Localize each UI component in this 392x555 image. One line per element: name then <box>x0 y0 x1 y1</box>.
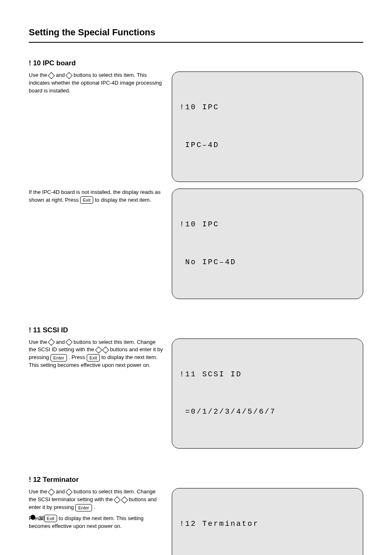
lcd-line: No IPC–4D <box>180 256 355 269</box>
item-scsi: ! 11 SCSI ID Use the and buttons to sele… <box>29 326 363 456</box>
text: and <box>56 339 66 345</box>
diamond-right-icon <box>121 496 128 503</box>
diamond-right-icon <box>66 488 73 495</box>
lcd-line: !10 IPC <box>180 218 355 231</box>
title-rule <box>29 42 363 43</box>
text: Use the <box>29 339 48 345</box>
diamond-left-icon <box>48 72 55 79</box>
term-para1: Use the and buttons to select this item.… <box>29 488 164 511</box>
diamond-left-icon <box>48 488 55 495</box>
item-terminator: ! 12 Terminator Use the and buttons to s… <box>29 476 363 555</box>
ipc-para2: If the IPC-4D board is not installed, th… <box>29 189 164 204</box>
term-para2: Press Exit to display the next item. Thi… <box>29 515 164 530</box>
ipc-para1: Use the and buttons to select this item.… <box>29 71 164 95</box>
diamond-right-icon <box>66 339 73 346</box>
text: to display the next item. <box>95 197 151 203</box>
lcd-line: =0/1/2/3/4/5/6/7 <box>180 405 355 418</box>
page-number: 38 <box>39 515 45 521</box>
text: . <box>93 504 95 510</box>
heading-ipc: ! 10 IPC board <box>29 59 363 67</box>
diamond-left-icon <box>114 496 121 503</box>
diamond-left-icon <box>48 339 55 346</box>
scsi-para: Use the and buttons to select this item.… <box>29 339 164 369</box>
footer-bullet-icon <box>30 515 35 520</box>
lcd-line: !10 IPC <box>180 101 355 114</box>
enter-key: Enter <box>51 354 67 362</box>
page-title: Setting the Special Functions <box>29 27 363 38</box>
diamond-left-icon <box>95 346 102 353</box>
item-ipc: ! 10 IPC board Use the and buttons to se… <box>29 59 363 306</box>
enter-key: Enter <box>75 504 92 511</box>
lcd-line: !11 SCSI ID <box>180 368 355 381</box>
text: Use the <box>29 488 48 495</box>
text: . Press <box>69 354 87 360</box>
lcd-scsi: !11 SCSI ID =0/1/2/3/4/5/6/7 <box>172 339 363 449</box>
diamond-right-icon <box>66 72 73 79</box>
text: and <box>56 488 66 495</box>
exit-key: Exit <box>44 515 57 522</box>
heading-terminator: ! 12 Terminator <box>29 476 363 484</box>
text: and <box>56 72 66 78</box>
diamond-right-icon <box>102 346 109 353</box>
lcd-ipc-1: !10 IPC IPC–4D <box>172 71 363 182</box>
lcd-line: !12 Terminator <box>180 518 355 530</box>
exit-key: Exit <box>87 354 100 362</box>
lcd-line: IPC–4D <box>180 139 355 152</box>
lcd-ipc-2: !10 IPC No IPC–4D <box>172 189 363 299</box>
text: Use the <box>29 72 48 78</box>
heading-scsi: ! 11 SCSI ID <box>29 326 363 334</box>
exit-key: Exit <box>80 196 93 204</box>
page-content: Setting the Special Functions ! 10 IPC b… <box>0 0 392 555</box>
lcd-terminator: !12 Terminator = On/Off <box>172 488 363 555</box>
